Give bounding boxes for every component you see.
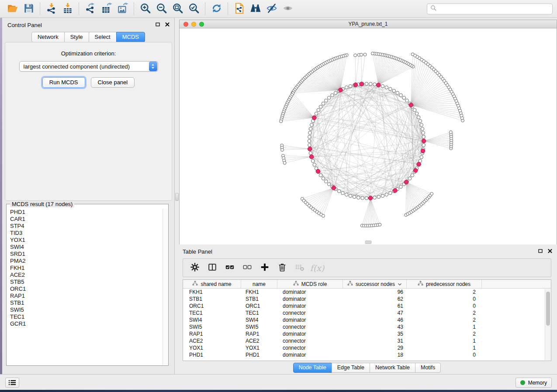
- table-scrollbar-thumb[interactable]: [546, 292, 550, 326]
- table-cell[interactable]: 18: [343, 352, 407, 358]
- table-cell[interactable]: SWI4: [241, 317, 277, 323]
- zoom-in-button[interactable]: [137, 1, 153, 16]
- mcds-result-item[interactable]: GCR1: [10, 320, 161, 327]
- table-cell[interactable]: YOX1: [241, 345, 277, 351]
- open-session-button[interactable]: [4, 1, 21, 16]
- zoom-out-button[interactable]: [153, 1, 170, 16]
- table-cell[interactable]: PHD1: [183, 352, 241, 358]
- tab-select[interactable]: Select: [89, 32, 117, 42]
- network-window-titlebar[interactable]: YPA_prune.txt_1: [180, 20, 557, 28]
- table-cell[interactable]: 62: [343, 296, 407, 302]
- mcds-result-item[interactable]: STB5: [10, 279, 161, 285]
- tab-edge-table[interactable]: Edge Table: [332, 363, 370, 373]
- table-scrollbar[interactable]: [545, 289, 550, 360]
- export-network-button[interactable]: [82, 1, 98, 16]
- table-row[interactable]: SWI5SWI5connector431: [183, 323, 551, 330]
- table-cell[interactable]: connector: [277, 310, 343, 316]
- mcds-result-item[interactable]: ACE2: [10, 272, 161, 279]
- minimize-window-button[interactable]: [191, 22, 196, 27]
- float-panel-button[interactable]: [155, 21, 160, 27]
- table-mode-button[interactable]: [190, 263, 200, 273]
- show-all-button[interactable]: [280, 1, 296, 16]
- table-cell[interactable]: 96: [343, 289, 407, 295]
- delete-table-button[interactable]: [294, 263, 305, 273]
- export-table-button[interactable]: [98, 1, 114, 16]
- table-cell[interactable]: 2: [407, 331, 482, 337]
- run-mcds-button[interactable]: Run MCDS: [42, 77, 85, 88]
- horizontal-splitter-handle[interactable]: [365, 241, 371, 244]
- table-row[interactable]: FKH1FKH1dominator962: [183, 289, 551, 296]
- close-window-button[interactable]: [183, 22, 188, 27]
- tab-node-table[interactable]: Node Table: [293, 363, 332, 373]
- tab-mcds[interactable]: MCDS: [116, 32, 145, 42]
- import-table-button[interactable]: [59, 1, 76, 16]
- table-cell[interactable]: 43: [343, 324, 407, 330]
- table-row[interactable]: ACE2ACE2connector311: [183, 337, 551, 344]
- function-builder-button[interactable]: f(x): [312, 263, 322, 273]
- table-cell[interactable]: ACE2: [183, 338, 241, 344]
- table-cell[interactable]: 61: [343, 303, 407, 309]
- table-cell[interactable]: 31: [343, 338, 407, 344]
- table-row[interactable]: TEC1TEC1connector472: [183, 309, 551, 316]
- float-table-panel-button[interactable]: [537, 248, 543, 254]
- column-header-MCDS-role[interactable]: MCDS role: [277, 280, 343, 288]
- table-cell[interactable]: 2: [407, 317, 482, 323]
- table-row[interactable]: PHD1PHD1dominator180: [183, 351, 551, 358]
- close-table-panel-button[interactable]: [547, 248, 553, 254]
- deselect-all-button[interactable]: [242, 263, 253, 273]
- delete-column-button[interactable]: [277, 263, 287, 273]
- table-row[interactable]: SWI4SWI4dominator462: [183, 316, 551, 323]
- table-cell[interactable]: dominator: [277, 331, 343, 337]
- search-input[interactable]: [437, 4, 552, 14]
- table-cell[interactable]: TEC1: [241, 310, 277, 316]
- zoom-window-button[interactable]: [199, 22, 204, 27]
- mcds-result-item[interactable]: RAP1: [10, 292, 161, 299]
- mcds-result-item[interactable]: PHD1: [10, 209, 161, 216]
- first-neighbors-button[interactable]: [247, 1, 263, 16]
- mcds-result-item[interactable]: ORC1: [10, 285, 161, 292]
- tab-network-table[interactable]: Network Table: [370, 363, 415, 373]
- table-cell[interactable]: STB1: [183, 296, 241, 302]
- table-cell[interactable]: PHD1: [241, 352, 277, 358]
- table-cell[interactable]: dominator: [277, 352, 343, 358]
- column-header-shared-name[interactable]: shared name: [183, 280, 241, 288]
- table-cell[interactable]: TEC1: [183, 310, 241, 316]
- table-cell[interactable]: 1: [407, 324, 482, 330]
- close-mcds-panel-button[interactable]: Close panel: [91, 77, 135, 88]
- table-row[interactable]: RAP1RAP1dominator352: [183, 330, 551, 337]
- add-column-button[interactable]: [259, 263, 270, 273]
- table-cell[interactable]: connector: [277, 345, 343, 351]
- table-cell[interactable]: 29: [343, 345, 407, 351]
- network-canvas[interactable]: [180, 28, 557, 244]
- table-cell[interactable]: RAP1: [241, 331, 277, 337]
- show-hide-columns-button[interactable]: [207, 263, 218, 273]
- table-row[interactable]: YOX1YOX1connector291: [183, 344, 551, 351]
- table-cell[interactable]: 0: [407, 352, 482, 358]
- close-panel-button[interactable]: [164, 21, 170, 27]
- mcds-result-list[interactable]: PHD1CAR1STP4TID3YOX1SWI4SRD1PMA2FKH1ACE2…: [10, 209, 161, 364]
- apply-layout-button[interactable]: [208, 1, 225, 16]
- tab-style[interactable]: Style: [64, 32, 89, 42]
- mcds-result-item[interactable]: SWI4: [10, 244, 161, 251]
- table-cell[interactable]: ORC1: [183, 303, 241, 309]
- export-image-button[interactable]: [114, 1, 131, 16]
- splitter-handle[interactable]: [175, 193, 179, 201]
- table-cell[interactable]: 1: [407, 338, 482, 344]
- table-cell[interactable]: YOX1: [183, 345, 241, 351]
- column-header-name[interactable]: name: [241, 280, 277, 288]
- table-row[interactable]: ORC1ORC1dominator610: [183, 303, 551, 309]
- mcds-result-item[interactable]: PMA2: [10, 258, 161, 265]
- select-all-button[interactable]: [225, 263, 235, 273]
- table-cell[interactable]: ACE2: [241, 338, 277, 344]
- table-cell[interactable]: dominator: [277, 317, 343, 323]
- mcds-result-item[interactable]: SWI5: [10, 306, 161, 313]
- table-cell[interactable]: dominator: [277, 289, 343, 295]
- table-row[interactable]: STB1STB1dominator620: [183, 296, 551, 303]
- table-cell[interactable]: FKH1: [183, 289, 241, 295]
- table-cell[interactable]: ORC1: [241, 303, 277, 309]
- save-session-button[interactable]: [21, 1, 37, 16]
- panel-menu-button[interactable]: [5, 378, 19, 388]
- table-cell[interactable]: 46: [343, 317, 407, 323]
- column-header-successor-nodes[interactable]: successor nodes: [343, 280, 407, 288]
- table-cell[interactable]: SWI5: [183, 324, 241, 330]
